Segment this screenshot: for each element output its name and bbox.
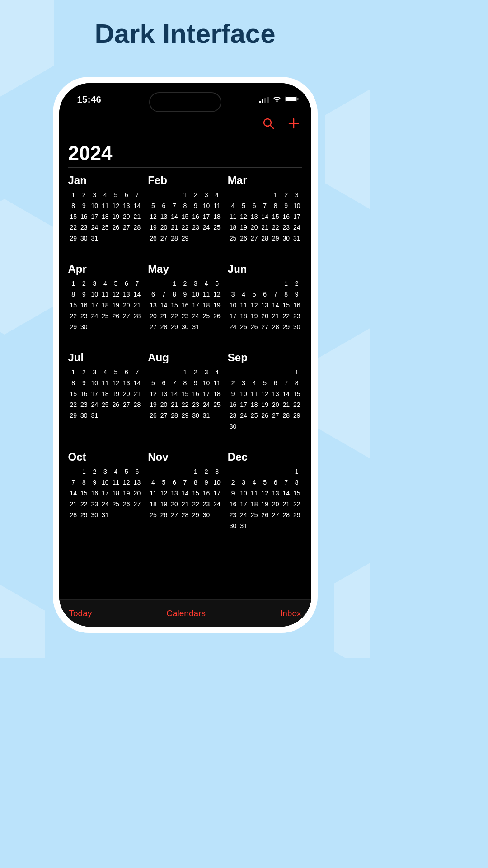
day-cell[interactable]: 1	[68, 367, 79, 377]
day-cell[interactable]: 10	[89, 200, 100, 211]
day-cell[interactable]: 5	[159, 477, 169, 488]
day-cell[interactable]: 11	[211, 377, 222, 388]
day-cell[interactable]: 9	[228, 388, 239, 399]
day-cell[interactable]: 25	[100, 399, 111, 410]
day-cell[interactable]: 10	[211, 477, 222, 488]
day-cell[interactable]: 26	[159, 509, 169, 520]
day-cell[interactable]: 4	[100, 189, 111, 200]
day-cell[interactable]: 18	[238, 311, 249, 321]
day-cell[interactable]: 20	[249, 222, 260, 233]
day-cell[interactable]: 16	[79, 388, 89, 399]
day-cell[interactable]: 22	[281, 311, 291, 321]
day-cell[interactable]: 29	[68, 410, 79, 421]
month-mar[interactable]: Mar1234567891011121314151617181920212223…	[228, 174, 302, 244]
day-cell[interactable]: 31	[100, 509, 111, 520]
day-cell[interactable]: 20	[121, 211, 132, 222]
day-cell[interactable]: 29	[180, 233, 191, 244]
day-cell[interactable]: 11	[238, 300, 249, 311]
day-cell[interactable]: 7	[180, 477, 191, 488]
day-cell[interactable]: 17	[89, 388, 100, 399]
day-cell[interactable]: 5	[249, 289, 260, 300]
day-cell[interactable]: 31	[190, 321, 201, 332]
day-cell[interactable]: 22	[291, 399, 302, 410]
day-cell[interactable]: 26	[111, 399, 122, 410]
day-cell[interactable]: 15	[281, 300, 291, 311]
day-cell[interactable]: 23	[228, 410, 239, 421]
month-dec[interactable]: Dec1234567891011121314151617181920212223…	[228, 451, 302, 531]
day-cell[interactable]: 27	[121, 222, 132, 233]
month-nov[interactable]: Nov1234567891011121314151617181920212223…	[148, 451, 222, 531]
day-cell[interactable]: 10	[89, 377, 100, 388]
day-cell[interactable]: 12	[111, 377, 122, 388]
day-cell[interactable]: 7	[68, 477, 79, 488]
day-cell[interactable]: 20	[148, 311, 159, 321]
day-cell[interactable]: 30	[228, 421, 239, 432]
day-cell[interactable]: 31	[291, 233, 302, 244]
day-cell[interactable]: 10	[190, 289, 201, 300]
day-cell[interactable]: 3	[291, 189, 302, 200]
day-cell[interactable]: 9	[79, 200, 89, 211]
day-cell[interactable]: 19	[148, 399, 159, 410]
day-cell[interactable]: 28	[169, 410, 180, 421]
day-cell[interactable]: 16	[291, 300, 302, 311]
day-cell[interactable]: 1	[180, 189, 191, 200]
day-cell[interactable]: 20	[270, 499, 281, 509]
day-cell[interactable]: 29	[190, 509, 201, 520]
day-cell[interactable]: 9	[201, 477, 212, 488]
day-cell[interactable]: 6	[121, 278, 132, 289]
day-cell[interactable]: 28	[259, 233, 270, 244]
day-cell[interactable]: 15	[291, 488, 302, 499]
day-cell[interactable]: 25	[238, 321, 249, 332]
day-cell[interactable]: 22	[180, 222, 191, 233]
day-cell[interactable]: 12	[121, 477, 132, 488]
day-cell[interactable]: 16	[79, 211, 89, 222]
day-cell[interactable]: 3	[190, 278, 201, 289]
day-cell[interactable]: 8	[281, 289, 291, 300]
day-cell[interactable]: 22	[68, 399, 79, 410]
day-cell[interactable]: 6	[259, 289, 270, 300]
day-cell[interactable]: 14	[180, 488, 191, 499]
day-cell[interactable]: 8	[79, 477, 89, 488]
day-cell[interactable]: 18	[100, 211, 111, 222]
day-cell[interactable]: 13	[169, 488, 180, 499]
day-cell[interactable]: 5	[238, 200, 249, 211]
day-cell[interactable]: 30	[228, 520, 239, 531]
day-cell[interactable]: 28	[132, 222, 143, 233]
day-cell[interactable]: 9	[180, 289, 191, 300]
day-cell[interactable]: 25	[148, 509, 159, 520]
day-cell[interactable]: 23	[190, 399, 201, 410]
day-cell[interactable]: 12	[259, 488, 270, 499]
day-cell[interactable]: 4	[111, 466, 122, 477]
month-jan[interactable]: Jan1234567891011121314151617181920212223…	[68, 174, 143, 244]
day-cell[interactable]: 19	[111, 388, 122, 399]
day-cell[interactable]: 3	[228, 289, 239, 300]
day-cell[interactable]: 30	[79, 233, 89, 244]
day-cell[interactable]: 2	[281, 189, 291, 200]
day-cell[interactable]: 20	[270, 399, 281, 410]
day-cell[interactable]: 21	[169, 222, 180, 233]
day-cell[interactable]: 1	[270, 189, 281, 200]
day-cell[interactable]: 22	[180, 399, 191, 410]
day-cell[interactable]: 1	[281, 278, 291, 289]
day-cell[interactable]: 23	[228, 509, 239, 520]
day-cell[interactable]: 11	[111, 477, 122, 488]
day-cell[interactable]: 22	[79, 499, 89, 509]
day-cell[interactable]: 6	[121, 367, 132, 377]
day-cell[interactable]: 13	[159, 211, 169, 222]
day-cell[interactable]: 12	[111, 289, 122, 300]
day-cell[interactable]: 26	[249, 321, 260, 332]
day-cell[interactable]: 3	[211, 466, 222, 477]
day-cell[interactable]: 6	[148, 289, 159, 300]
day-cell[interactable]: 16	[228, 399, 239, 410]
day-cell[interactable]: 24	[89, 311, 100, 321]
day-cell[interactable]: 19	[259, 399, 270, 410]
day-cell[interactable]: 14	[281, 488, 291, 499]
day-cell[interactable]: 1	[190, 466, 201, 477]
day-cell[interactable]: 30	[291, 321, 302, 332]
day-cell[interactable]: 8	[291, 377, 302, 388]
day-cell[interactable]: 13	[270, 388, 281, 399]
day-cell[interactable]: 5	[111, 278, 122, 289]
day-cell[interactable]: 28	[132, 399, 143, 410]
day-cell[interactable]: 13	[249, 211, 260, 222]
day-cell[interactable]: 18	[249, 399, 260, 410]
